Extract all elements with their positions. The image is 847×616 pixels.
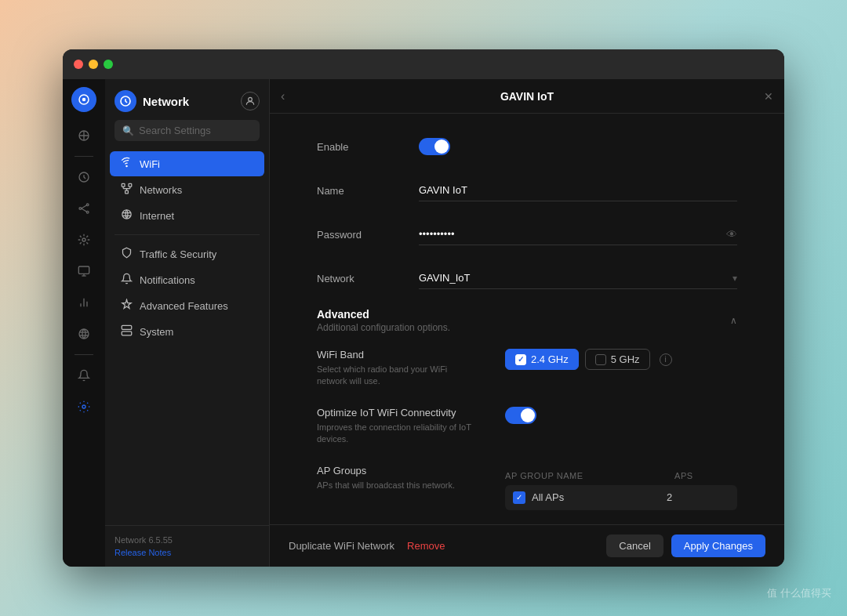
advanced-title-row[interactable]: Advanced Additional configuration option… bbox=[317, 308, 737, 336]
network-value: GAVIN_IoT bbox=[419, 272, 732, 284]
password-label: Password bbox=[317, 229, 419, 241]
password-input[interactable] bbox=[419, 223, 726, 245]
duplicate-button[interactable]: Duplicate WiFi Network bbox=[289, 540, 394, 552]
ap-row-count: 2 bbox=[667, 491, 729, 503]
close-button[interactable]: ✕ bbox=[764, 90, 773, 103]
app-icon bbox=[115, 90, 136, 112]
svg-line-9 bbox=[82, 208, 87, 212]
shield-icon bbox=[119, 247, 133, 261]
enable-label: Enable bbox=[317, 141, 419, 153]
ap-table-header: AP GROUP NAME APS bbox=[505, 471, 737, 480]
close-button[interactable] bbox=[74, 60, 83, 69]
sidebar-item-networks[interactable]: Networks bbox=[110, 177, 264, 202]
svg-point-1 bbox=[82, 98, 86, 102]
band-checkbox-2-4: ✓ bbox=[515, 354, 526, 365]
network-row: Network GAVIN_IoT ▾ bbox=[317, 264, 737, 292]
password-row: Password 👁 bbox=[317, 220, 737, 248]
back-button[interactable]: ‹ bbox=[281, 89, 285, 103]
release-notes-link[interactable]: Release Notes bbox=[115, 548, 260, 557]
advanced-chevron-icon: ∧ bbox=[730, 315, 737, 326]
optimize-iot-left: Optimize IoT WiFi Connectivity Improves … bbox=[317, 407, 474, 446]
sidebar-system-label: System bbox=[140, 326, 173, 338]
titlebar bbox=[63, 49, 784, 79]
name-input-wrapper bbox=[419, 179, 737, 201]
sidebar-item-internet[interactable]: Internet bbox=[110, 203, 264, 228]
wifi-band-info-icon[interactable]: i bbox=[660, 353, 672, 366]
app-layout: Network 🔍 WiFi bbox=[63, 79, 784, 567]
sidebar-item-system[interactable]: System bbox=[110, 319, 264, 344]
sidebar-item-wifi[interactable]: WiFi bbox=[110, 151, 264, 176]
watermark: 值 什么值得买 bbox=[767, 586, 831, 600]
sidebar-item-advanced[interactable]: Advanced Features bbox=[110, 293, 264, 318]
icon-bar bbox=[63, 79, 105, 567]
ap-groups-section: AP GROUP NAME APS ✓ All APs 2 bbox=[505, 471, 737, 510]
name-row: Name bbox=[317, 176, 737, 205]
search-icon: 🔍 bbox=[122, 125, 134, 136]
svg-rect-35 bbox=[122, 332, 132, 335]
panel-header: ‹ GAVIN IoT ✕ bbox=[270, 79, 784, 114]
name-label: Name bbox=[317, 185, 419, 197]
network-label: Network bbox=[317, 273, 419, 284]
sidebar-icon-bell[interactable] bbox=[70, 361, 98, 390]
sidebar-icon-topology[interactable] bbox=[70, 194, 98, 223]
sidebar-icon-stats[interactable] bbox=[70, 163, 98, 191]
sidebar-footer: Network 6.5.55 Release Notes bbox=[105, 525, 269, 567]
svg-rect-34 bbox=[122, 325, 132, 329]
sidebar-icon-globe[interactable] bbox=[70, 320, 98, 348]
apply-button[interactable]: Apply Changes bbox=[671, 534, 765, 557]
sidebar-item-notifications[interactable]: Notifications bbox=[110, 267, 264, 292]
svg-point-17 bbox=[79, 329, 89, 339]
wifi-band-row: WiFi Band Select which radio band your W… bbox=[317, 349, 737, 388]
svg-point-7 bbox=[86, 211, 89, 213]
network-select[interactable]: GAVIN_IoT ▾ bbox=[419, 267, 737, 289]
maximize-button[interactable] bbox=[104, 60, 113, 69]
ap-row-name: All APs bbox=[532, 491, 660, 503]
footer: Duplicate WiFi Network Remove Cancel App… bbox=[270, 524, 784, 567]
ap-col-aps-header: APS bbox=[674, 471, 737, 480]
enable-toggle-wrapper bbox=[419, 138, 737, 155]
svg-point-20 bbox=[82, 405, 85, 408]
search-input[interactable] bbox=[139, 125, 252, 136]
svg-rect-26 bbox=[125, 190, 128, 194]
advanced-content: WiFi Band Select which radio band your W… bbox=[317, 349, 737, 510]
traffic-lights bbox=[74, 60, 113, 69]
sidebar-icon-monitor[interactable] bbox=[70, 257, 98, 285]
sparkle-icon bbox=[119, 299, 133, 313]
optimize-iot-row: Optimize IoT WiFi Connectivity Improves … bbox=[317, 407, 737, 446]
enable-toggle[interactable] bbox=[419, 138, 450, 155]
password-wrapper: 👁 bbox=[419, 223, 737, 245]
ap-groups-left: AP Groups APs that will broadcast this n… bbox=[317, 465, 474, 510]
remove-button[interactable]: Remove bbox=[407, 540, 445, 552]
sidebar-icon-dashboard[interactable] bbox=[70, 121, 98, 150]
band-5-label: 5 GHz bbox=[611, 353, 640, 365]
chevron-down-icon: ▾ bbox=[732, 273, 737, 284]
band-2-4-label: 2.4 GHz bbox=[531, 353, 569, 365]
sidebar-icon-charts[interactable] bbox=[70, 288, 98, 317]
sidebar-icon-devices[interactable] bbox=[70, 226, 98, 254]
search-box[interactable]: 🔍 bbox=[115, 120, 260, 141]
network-select-wrapper: GAVIN_IoT ▾ bbox=[419, 267, 737, 289]
band-5ghz[interactable]: 5 GHz bbox=[585, 349, 650, 370]
app-title: Network bbox=[143, 95, 189, 108]
svg-rect-11 bbox=[78, 266, 89, 274]
version-text: Network 6.5.55 bbox=[115, 535, 260, 545]
advanced-title: Advanced bbox=[317, 308, 450, 321]
ap-row[interactable]: ✓ All APs 2 bbox=[505, 485, 737, 510]
sidebar-icon-settings[interactable] bbox=[70, 393, 98, 421]
eye-icon[interactable]: 👁 bbox=[726, 228, 737, 241]
name-input[interactable] bbox=[419, 179, 737, 201]
advanced-subtitle: Additional configuration options. bbox=[317, 322, 450, 333]
user-avatar[interactable] bbox=[241, 92, 260, 111]
svg-rect-24 bbox=[122, 183, 125, 187]
band-2-4ghz[interactable]: ✓ 2.4 GHz bbox=[505, 349, 579, 370]
ap-groups-label: AP Groups bbox=[317, 465, 474, 476]
footer-right: Cancel Apply Changes bbox=[606, 534, 765, 557]
svg-point-10 bbox=[82, 238, 85, 241]
svg-point-23 bbox=[125, 165, 126, 166]
cancel-button[interactable]: Cancel bbox=[606, 534, 663, 557]
sidebar-notifications-label: Notifications bbox=[140, 274, 195, 286]
optimize-iot-toggle[interactable] bbox=[505, 407, 536, 424]
band-checkbox-5 bbox=[595, 354, 606, 365]
minimize-button[interactable] bbox=[89, 60, 98, 69]
sidebar-item-traffic-security[interactable]: Traffic & Security bbox=[110, 241, 264, 266]
